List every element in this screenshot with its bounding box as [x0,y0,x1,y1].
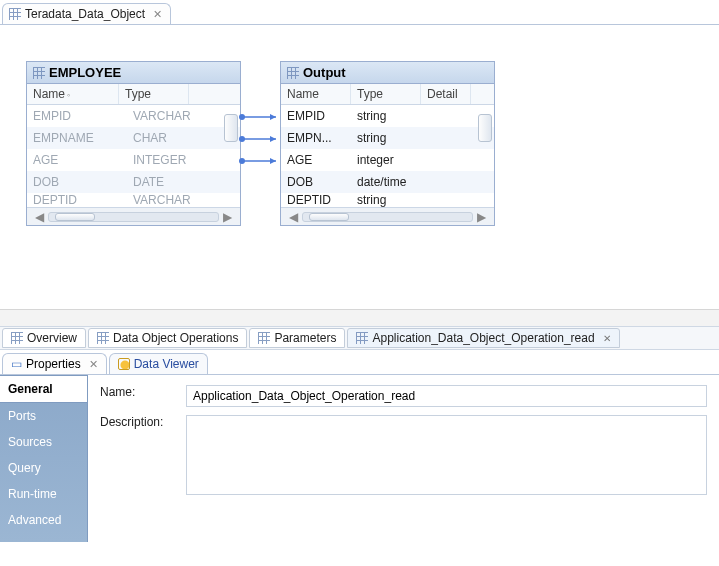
output-panel[interactable]: Output Name Type Detail EMPIDstring EMPN… [280,61,495,226]
output-col-detail[interactable]: Detail [421,84,471,104]
table-row[interactable]: AGEINTEGER [27,149,240,171]
table-row[interactable]: DEPTIDstring [281,193,494,207]
close-icon[interactable]: ✕ [89,358,98,371]
tab-data-object-operations[interactable]: Data Object Operations [88,328,247,348]
employee-col-type[interactable]: Type [119,84,189,104]
output-panel-label: Output [303,65,346,80]
output-panel-title[interactable]: Output [281,62,494,84]
tab-label: Data Viewer [134,357,199,371]
scroll-track[interactable] [48,212,219,222]
canvas-hscroll[interactable] [0,309,719,326]
tab-label: Application_Data_Object_Operation_read [372,331,594,345]
properties-tab-icon: ▭ [11,357,22,371]
scroll-thumb[interactable] [224,114,238,142]
employee-hscroll[interactable]: ◀ ▶ [27,207,240,225]
output-col-name[interactable]: Name [281,84,351,104]
properties-pane: General Ports Sources Query Run-time Adv… [0,374,719,542]
editor-tab-teradata[interactable]: Teradata_Data_Object ✕ [2,3,171,24]
employee-col-name[interactable]: Name◦ [27,84,119,104]
table-row[interactable]: AGEinteger [281,149,494,171]
table-row[interactable]: DOBdate/time [281,171,494,193]
params-tab-icon [258,332,270,344]
app-read-tab-icon [356,332,368,344]
editor-tab-bar: Teradata_Data_Object ✕ [0,0,719,24]
table-icon [287,67,299,79]
name-label: Name: [100,385,186,399]
table-row[interactable]: EMPN...string [281,127,494,149]
employee-vscroll[interactable] [224,106,238,205]
table-row[interactable]: DEPTIDVARCHAR [27,193,240,207]
editor-tab-label: Teradata_Data_Object [25,7,145,21]
table-row[interactable]: EMPIDVARCHAR [27,105,240,127]
output-vscroll[interactable] [478,106,492,205]
table-row[interactable]: EMPIDstring [281,105,494,127]
ops-tab-icon [97,332,109,344]
tab-parameters[interactable]: Parameters [249,328,345,348]
svg-marker-5 [270,158,276,164]
tab-data-viewer[interactable]: Data Viewer [109,353,208,374]
data-viewer-tab-icon [118,358,130,370]
svg-marker-3 [270,136,276,142]
scroll-left-icon[interactable]: ◀ [289,210,298,224]
output-col-type[interactable]: Type [351,84,421,104]
sidebar-item-runtime[interactable]: Run-time [0,481,87,507]
employee-column-header[interactable]: Name◦ Type [27,84,240,105]
properties-body: Name: Description: [88,375,719,542]
mapping-canvas[interactable]: EMPLOYEE Name◦ Type EMPIDVARCHAR EMPNAME… [0,24,719,326]
properties-sidebar: General Ports Sources Query Run-time Adv… [0,375,88,542]
tab-label: Data Object Operations [113,331,238,345]
scroll-left-icon[interactable]: ◀ [35,210,44,224]
data-object-icon [9,8,21,20]
employee-panel[interactable]: EMPLOYEE Name◦ Type EMPIDVARCHAR EMPNAME… [26,61,241,226]
tab-label: Parameters [274,331,336,345]
scroll-thumb[interactable] [309,213,349,221]
sidebar-item-query[interactable]: Query [0,455,87,481]
table-row[interactable]: DOBDATE [27,171,240,193]
tab-label: Overview [27,331,77,345]
scroll-thumb[interactable] [478,114,492,142]
close-icon[interactable]: ✕ [153,8,162,21]
table-row[interactable]: EMPNAMECHAR [27,127,240,149]
scroll-thumb[interactable] [55,213,95,221]
sidebar-item-ports[interactable]: Ports [0,403,87,429]
name-field[interactable] [186,385,707,407]
output-column-header[interactable]: Name Type Detail [281,84,494,105]
overview-tab-icon [11,332,23,344]
tab-overview[interactable]: Overview [2,328,86,348]
output-rows: EMPIDstring EMPN...string AGEinteger DOB… [281,105,494,207]
canvas-sub-tab-bar: Overview Data Object Operations Paramete… [0,326,719,350]
sort-indicator-icon: ◦ [67,90,70,100]
tab-properties[interactable]: ▭ Properties ✕ [2,353,107,374]
description-field[interactable] [186,415,707,495]
sidebar-item-general[interactable]: General [0,375,87,403]
view-tab-bar: ▭ Properties ✕ Data Viewer [0,350,719,374]
tab-app-read[interactable]: Application_Data_Object_Operation_read ✕ [347,328,619,348]
employee-rows: EMPIDVARCHAR EMPNAMECHAR AGEINTEGER DOBD… [27,105,240,207]
output-hscroll[interactable]: ◀ ▶ [281,207,494,225]
employee-panel-title[interactable]: EMPLOYEE [27,62,240,84]
description-label: Description: [100,415,186,429]
scroll-track[interactable] [302,212,473,222]
scroll-right-icon[interactable]: ▶ [477,210,486,224]
svg-marker-1 [270,114,276,120]
employee-panel-label: EMPLOYEE [49,65,121,80]
table-icon [33,67,45,79]
sidebar-item-sources[interactable]: Sources [0,429,87,455]
sidebar-item-advanced[interactable]: Advanced [0,507,87,533]
tab-label: Properties [26,357,81,371]
close-icon[interactable]: ✕ [603,333,611,344]
scroll-right-icon[interactable]: ▶ [223,210,232,224]
